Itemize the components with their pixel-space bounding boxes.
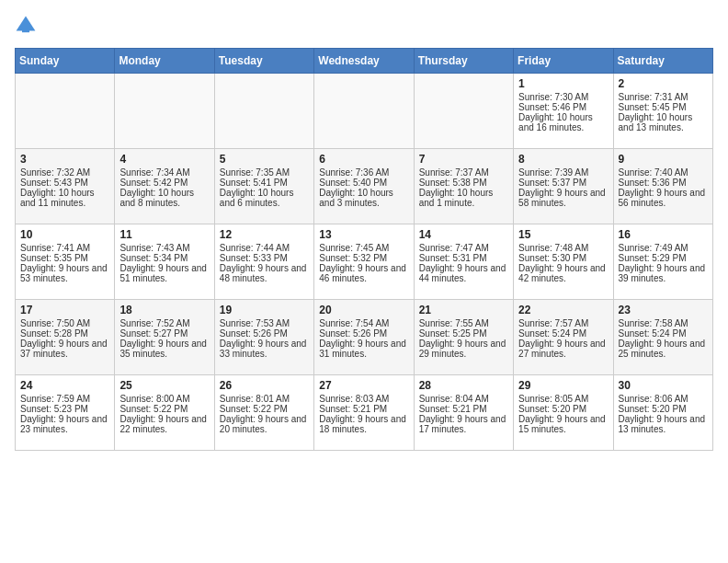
day-number: 8 <box>518 153 608 166</box>
daylight-text: Daylight: 9 hours and 56 minutes. <box>619 188 706 208</box>
daylight-text: Daylight: 9 hours and 39 minutes. <box>619 263 706 283</box>
daylight-text: Daylight: 9 hours and 58 minutes. <box>518 188 606 208</box>
sunrise-text: Sunrise: 7:45 AM <box>319 243 389 253</box>
daylight-text: Daylight: 10 hours and 3 minutes. <box>319 188 393 208</box>
daylight-text: Daylight: 9 hours and 22 minutes. <box>119 414 207 434</box>
daylight-text: Daylight: 9 hours and 15 minutes. <box>518 414 606 434</box>
day-cell: 22Sunrise: 7:57 AMSunset: 5:24 PMDayligh… <box>514 300 613 375</box>
sunset-text: Sunset: 5:46 PM <box>518 102 586 112</box>
day-cell <box>115 74 214 149</box>
header-row: SundayMondayTuesdayWednesdayThursdayFrid… <box>16 49 713 74</box>
day-number: 13 <box>319 228 408 241</box>
day-cell: 7Sunrise: 7:37 AMSunset: 5:38 PMDaylight… <box>414 149 513 224</box>
sunrise-text: Sunrise: 7:49 AM <box>619 243 688 253</box>
sunset-text: Sunset: 5:30 PM <box>518 253 586 263</box>
day-number: 17 <box>20 304 109 316</box>
sunrise-text: Sunrise: 7:47 AM <box>419 243 489 253</box>
day-number: 24 <box>20 379 109 392</box>
daylight-text: Daylight: 9 hours and 17 minutes. <box>419 414 506 434</box>
sunrise-text: Sunrise: 7:34 AM <box>119 167 189 178</box>
daylight-text: Daylight: 10 hours and 1 minute. <box>419 188 494 208</box>
daylight-text: Daylight: 9 hours and 35 minutes. <box>119 339 207 359</box>
day-cell: 26Sunrise: 8:01 AMSunset: 5:22 PMDayligh… <box>214 375 313 451</box>
day-number: 3 <box>20 153 109 166</box>
day-number: 29 <box>518 379 608 392</box>
daylight-text: Daylight: 9 hours and 51 minutes. <box>119 263 207 283</box>
day-cell: 25Sunrise: 8:00 AMSunset: 5:22 PMDayligh… <box>115 375 214 451</box>
sunrise-text: Sunrise: 7:40 AM <box>619 167 688 178</box>
day-cell: 14Sunrise: 7:47 AMSunset: 5:31 PMDayligh… <box>414 224 513 300</box>
day-cell <box>314 74 414 149</box>
daylight-text: Daylight: 10 hours and 16 minutes. <box>518 112 593 132</box>
day-cell: 9Sunrise: 7:40 AMSunset: 5:36 PMDaylight… <box>613 149 712 224</box>
sunrise-text: Sunrise: 7:37 AM <box>419 167 489 178</box>
day-number: 15 <box>518 228 608 241</box>
day-number: 21 <box>419 304 508 316</box>
day-number: 18 <box>119 304 209 316</box>
day-cell: 12Sunrise: 7:44 AMSunset: 5:33 PMDayligh… <box>214 224 313 300</box>
day-cell: 2Sunrise: 7:31 AMSunset: 5:45 PMDaylight… <box>613 74 712 149</box>
header-cell-tuesday: Tuesday <box>214 49 313 74</box>
daylight-text: Daylight: 9 hours and 18 minutes. <box>319 414 406 434</box>
sunset-text: Sunset: 5:43 PM <box>20 178 88 188</box>
sunset-text: Sunset: 5:35 PM <box>20 253 88 263</box>
day-number: 20 <box>319 304 408 316</box>
sunrise-text: Sunrise: 7:54 AM <box>319 318 389 328</box>
sunrise-text: Sunrise: 7:32 AM <box>20 167 90 178</box>
day-cell: 23Sunrise: 7:58 AMSunset: 5:24 PMDayligh… <box>613 300 712 375</box>
sunset-text: Sunset: 5:22 PM <box>119 404 188 414</box>
sunset-text: Sunset: 5:26 PM <box>319 328 387 339</box>
day-number: 2 <box>619 77 708 90</box>
sunset-text: Sunset: 5:36 PM <box>619 178 687 188</box>
sunset-text: Sunset: 5:24 PM <box>518 328 586 339</box>
header-cell-thursday: Thursday <box>414 49 513 74</box>
day-number: 23 <box>619 304 708 316</box>
sunrise-text: Sunrise: 7:31 AM <box>619 92 688 102</box>
daylight-text: Daylight: 9 hours and 20 minutes. <box>220 414 307 434</box>
day-cell: 20Sunrise: 7:54 AMSunset: 5:26 PMDayligh… <box>314 300 414 375</box>
sunset-text: Sunset: 5:40 PM <box>319 178 387 188</box>
sunset-text: Sunset: 5:21 PM <box>419 404 487 414</box>
sunset-text: Sunset: 5:20 PM <box>518 404 586 414</box>
day-cell: 5Sunrise: 7:35 AMSunset: 5:41 PMDaylight… <box>214 149 313 224</box>
day-cell: 18Sunrise: 7:52 AMSunset: 5:27 PMDayligh… <box>115 300 214 375</box>
calendar-header: SundayMondayTuesdayWednesdayThursdayFrid… <box>16 49 713 74</box>
daylight-text: Daylight: 9 hours and 27 minutes. <box>518 339 606 359</box>
header-cell-friday: Friday <box>514 49 613 74</box>
day-cell: 10Sunrise: 7:41 AMSunset: 5:35 PMDayligh… <box>16 224 115 300</box>
daylight-text: Daylight: 10 hours and 6 minutes. <box>220 188 294 208</box>
daylight-text: Daylight: 9 hours and 33 minutes. <box>220 339 307 359</box>
day-number: 27 <box>319 379 408 392</box>
sunrise-text: Sunrise: 7:41 AM <box>20 243 90 253</box>
day-cell: 24Sunrise: 7:59 AMSunset: 5:23 PMDayligh… <box>16 375 115 451</box>
svg-rect-1 <box>22 28 29 32</box>
daylight-text: Daylight: 9 hours and 29 minutes. <box>419 339 506 359</box>
sunrise-text: Sunrise: 7:59 AM <box>20 394 90 404</box>
sunset-text: Sunset: 5:28 PM <box>20 328 88 339</box>
sunrise-text: Sunrise: 8:06 AM <box>619 394 688 404</box>
sunrise-text: Sunrise: 7:36 AM <box>319 167 389 178</box>
logo-icon <box>15 15 37 37</box>
daylight-text: Daylight: 9 hours and 48 minutes. <box>220 263 307 283</box>
sunset-text: Sunset: 5:29 PM <box>619 253 687 263</box>
daylight-text: Daylight: 9 hours and 37 minutes. <box>20 339 108 359</box>
daylight-text: Daylight: 9 hours and 42 minutes. <box>518 263 606 283</box>
sunrise-text: Sunrise: 7:52 AM <box>119 318 189 328</box>
day-number: 28 <box>419 379 508 392</box>
day-cell: 30Sunrise: 8:06 AMSunset: 5:20 PMDayligh… <box>613 375 712 451</box>
day-number: 30 <box>619 379 708 392</box>
daylight-text: Daylight: 10 hours and 13 minutes. <box>619 112 693 132</box>
sunrise-text: Sunrise: 7:43 AM <box>119 243 189 253</box>
day-number: 9 <box>619 153 708 166</box>
day-cell: 11Sunrise: 7:43 AMSunset: 5:34 PMDayligh… <box>115 224 214 300</box>
day-number: 1 <box>518 77 608 90</box>
sunset-text: Sunset: 5:21 PM <box>319 404 387 414</box>
day-cell: 4Sunrise: 7:34 AMSunset: 5:42 PMDaylight… <box>115 149 214 224</box>
day-cell: 8Sunrise: 7:39 AMSunset: 5:37 PMDaylight… <box>514 149 613 224</box>
daylight-text: Daylight: 9 hours and 23 minutes. <box>20 414 108 434</box>
sunrise-text: Sunrise: 7:48 AM <box>518 243 588 253</box>
day-cell <box>16 74 115 149</box>
day-cell: 29Sunrise: 8:05 AMSunset: 5:20 PMDayligh… <box>514 375 613 451</box>
sunrise-text: Sunrise: 7:53 AM <box>220 318 290 328</box>
day-cell: 13Sunrise: 7:45 AMSunset: 5:32 PMDayligh… <box>314 224 414 300</box>
